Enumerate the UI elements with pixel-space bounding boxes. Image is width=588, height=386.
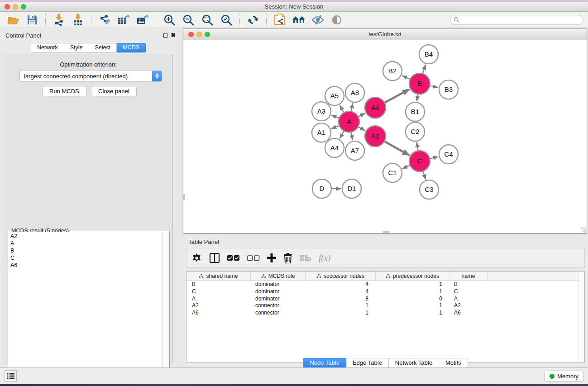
mcds-result-item[interactable]: B xyxy=(9,247,163,254)
graph-node-C[interactable]: C xyxy=(409,151,430,172)
graph-edge-C-C2[interactable] xyxy=(417,143,418,151)
tab-style[interactable]: Style xyxy=(64,43,89,52)
import-table-icon[interactable] xyxy=(71,14,85,26)
graph-edge-C-C1[interactable] xyxy=(402,166,410,169)
memory-button[interactable]: Memory xyxy=(545,371,583,381)
table-cell[interactable]: dominator xyxy=(251,288,306,295)
network-window-titlebar[interactable]: testGlobe.txt xyxy=(183,29,587,40)
graph-node-A5[interactable]: A5 xyxy=(325,86,344,105)
optimization-criterion-dropdown[interactable]: largest connected component (directed) xyxy=(19,71,162,81)
graph-node-A[interactable]: A xyxy=(339,111,359,132)
mcds-result-item[interactable]: C xyxy=(9,254,163,262)
graph-edge-A-A2[interactable] xyxy=(359,127,365,131)
table-cell[interactable] xyxy=(488,281,584,288)
graph-edge-C-C4[interactable] xyxy=(430,157,438,158)
column-header-predecessor-nodes[interactable]: predecessor nodes xyxy=(376,272,449,281)
table-cell[interactable]: 1 xyxy=(306,302,376,310)
graph-node-B[interactable]: B xyxy=(409,73,430,94)
network-canvas[interactable]: B4B2BB3A8A5A6A3B1AC2A1A2A4A7C4CC1DD1C3 xyxy=(183,40,587,234)
table-cell[interactable]: connector xyxy=(251,302,306,310)
graph-node-D1[interactable]: D1 xyxy=(342,179,361,198)
graph-node-A4[interactable]: A4 xyxy=(325,138,344,157)
graph-node-C3[interactable]: C3 xyxy=(420,180,439,199)
mcds-result-item[interactable]: A6 xyxy=(9,262,163,269)
resize-grip-icon[interactable] xyxy=(581,227,586,233)
graph-node-B3[interactable]: B3 xyxy=(439,80,458,99)
table-cell[interactable]: 4 xyxy=(306,288,376,295)
export-image-icon[interactable] xyxy=(136,14,149,26)
graph-edge-C-C3[interactable] xyxy=(423,172,426,179)
table-scrollbar[interactable] xyxy=(578,272,584,362)
graph-edge-A-A4[interactable] xyxy=(340,131,344,138)
zoom-selected-icon[interactable] xyxy=(220,14,233,26)
graph-node-A2[interactable]: A2 xyxy=(365,126,386,147)
graph-edge-A-A1[interactable] xyxy=(331,126,339,129)
table-cell[interactable]: 1 xyxy=(376,302,449,310)
hide-selected-icon[interactable] xyxy=(311,14,325,26)
mcds-result-item[interactable]: A xyxy=(9,240,163,247)
table-row[interactable]: Cdominator41C xyxy=(186,288,584,295)
table-cell[interactable]: B xyxy=(186,281,251,288)
graph-edge-B-B2[interactable] xyxy=(402,76,410,79)
tab-network[interactable]: Network xyxy=(31,43,64,52)
table-cell[interactable] xyxy=(488,310,584,317)
graph-node-A8[interactable]: A8 xyxy=(345,83,364,102)
table-row[interactable]: A6connector11A6 xyxy=(186,310,584,317)
split-columns-icon[interactable] xyxy=(209,252,220,264)
gear-icon[interactable] xyxy=(192,252,202,264)
graph-node-C2[interactable]: C2 xyxy=(406,122,425,141)
table-cell[interactable]: A6 xyxy=(449,310,488,317)
zoom-out-icon[interactable] xyxy=(182,14,195,26)
task-history-button[interactable] xyxy=(5,370,17,382)
search-input[interactable] xyxy=(460,16,583,24)
table-cell[interactable]: 4 xyxy=(306,281,376,288)
run-mcds-button[interactable]: Run MCDS xyxy=(42,86,86,96)
table-row[interactable]: Bdominator41B xyxy=(186,281,584,288)
table-cell[interactable]: dominator xyxy=(251,295,306,303)
show-all-icon[interactable] xyxy=(330,14,344,26)
graph-node-D[interactable]: D xyxy=(312,179,331,198)
column-header-successor-nodes[interactable]: successor nodes xyxy=(306,272,376,281)
add-icon[interactable] xyxy=(267,252,276,264)
graph-edge-B-B4[interactable] xyxy=(423,65,425,73)
table-cell[interactable]: 1 xyxy=(306,310,376,317)
close-panel-button[interactable]: Close panel xyxy=(91,86,137,96)
tab-motifs[interactable]: Motifs xyxy=(439,358,468,368)
graph-node-A1[interactable]: A1 xyxy=(312,123,331,142)
delete-table-icon[interactable] xyxy=(300,252,311,264)
column-header-name[interactable]: name xyxy=(449,272,488,281)
table-cell[interactable]: B xyxy=(449,281,488,288)
graph-edge-A-A6[interactable] xyxy=(359,113,365,116)
graph-node-A7[interactable]: A7 xyxy=(345,141,364,160)
mcds-result-scrollbar[interactable] xyxy=(163,232,169,384)
zoom-in-icon[interactable] xyxy=(163,14,176,26)
graph-node-C1[interactable]: C1 xyxy=(383,163,402,182)
table-cell[interactable]: 1 xyxy=(376,288,449,295)
graph-edge-A-A3[interactable] xyxy=(331,115,339,118)
graph-node-B2[interactable]: B2 xyxy=(383,62,402,81)
select-all-icon[interactable] xyxy=(227,252,240,264)
network-vertical-scrollbar[interactable] xyxy=(183,194,185,200)
mcds-result-list[interactable]: A2ABCA6 xyxy=(9,232,163,384)
table-cell[interactable]: 8 xyxy=(306,295,376,303)
column-header-shared-name[interactable]: shared name xyxy=(186,272,251,281)
graph-node-A3[interactable]: A3 xyxy=(312,102,331,121)
graph-edge-A6-B[interactable] xyxy=(385,89,409,102)
search-box[interactable] xyxy=(450,15,583,25)
graph-edge-A-A8[interactable] xyxy=(351,104,353,111)
table-cell[interactable] xyxy=(488,302,584,310)
export-table-icon[interactable] xyxy=(117,14,130,26)
graph-edge-B-B1[interactable] xyxy=(417,95,418,101)
graph-node-B1[interactable]: B1 xyxy=(406,102,425,121)
graph-edge-A-A7[interactable] xyxy=(351,133,353,140)
float-panel-icon[interactable] xyxy=(163,33,167,38)
tab-mcds[interactable]: MCDS xyxy=(117,43,146,52)
table-cell[interactable]: A xyxy=(186,295,251,303)
graph-node-A6[interactable]: A6 xyxy=(365,97,386,118)
table-cell[interactable]: A2 xyxy=(449,302,488,310)
graph-node-C4[interactable]: C4 xyxy=(439,145,458,164)
import-network-icon[interactable] xyxy=(52,14,66,26)
houses-icon[interactable] xyxy=(292,14,306,26)
table-cell[interactable]: A xyxy=(449,295,488,303)
graph-edge-A-A5[interactable] xyxy=(340,105,344,112)
